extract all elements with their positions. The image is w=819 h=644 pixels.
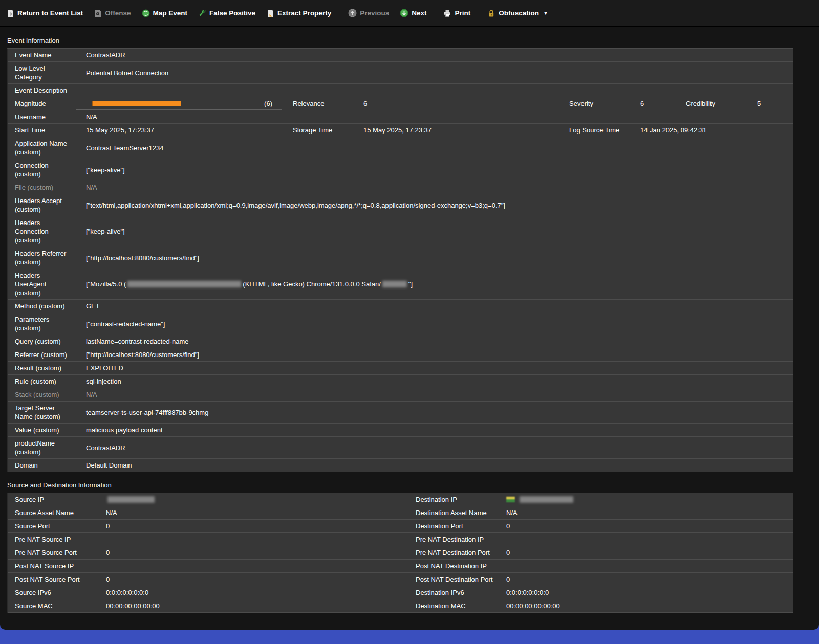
row-value: 00:00:00:00:00:00	[99, 599, 409, 612]
return-to-event-list-button[interactable]: Return to Event List	[6, 9, 83, 17]
row-value: 0	[99, 546, 409, 559]
row-value	[500, 564, 793, 568]
table-row: Headers Connection (custom)["keep-alive"…	[8, 216, 793, 247]
table-row: Low Level CategoryPotential Botnet Conne…	[8, 62, 793, 84]
row-label: Destination Asset Name	[409, 506, 500, 519]
table-row: Method (custom)GET	[8, 300, 793, 313]
row-label: Query (custom)	[8, 335, 76, 348]
row-label: Pre NAT Destination IP	[409, 533, 500, 546]
table-row: Post NAT Source Port0Post NAT Destinatio…	[8, 573, 793, 586]
table-row: productName (custom)ContrastADR	[8, 437, 793, 459]
toolbar-label: Print	[455, 9, 470, 17]
row-label: Source Asset Name	[8, 506, 99, 519]
row-value: ["Mozilla/5.0 ((KHTML, like Gecko) Chrom…	[76, 278, 793, 291]
row-label: Target Server Name (custom)	[8, 402, 76, 423]
row-label: Event Name	[8, 49, 76, 61]
row-label: Headers Accept (custom)	[8, 194, 76, 216]
row-label: Connection (custom)	[8, 159, 76, 181]
row-label: Method (custom)	[8, 300, 76, 313]
row-label: Source Port	[8, 520, 99, 532]
row-label: Source IPv6	[8, 586, 99, 599]
row-value: ["text/html,application/xhtml+xml,applic…	[76, 199, 793, 212]
extract-property-button[interactable]: Extract Property	[266, 9, 331, 17]
row-value: 0	[500, 546, 793, 559]
map-event-button[interactable]: Map Event	[142, 9, 188, 17]
row-value: ["http://localhost:8080/customers/find"]	[76, 252, 793, 264]
row-label: Destination IPv6	[409, 586, 500, 599]
row-value: 0:0:0:0:0:0:0:0	[99, 586, 409, 599]
magnitude-value: (6)	[264, 99, 272, 108]
bottom-bar	[0, 630, 819, 644]
row-value: Potential Botnet Connection	[76, 66, 793, 79]
row-label: Post NAT Source Port	[8, 573, 99, 586]
obfuscation-menu-button[interactable]: Obfuscation ▼	[487, 9, 548, 17]
row-label: Log Source Time	[569, 124, 640, 137]
table-row: Headers Accept (custom)["text/html,appli…	[8, 194, 793, 216]
row-label: productName (custom)	[8, 437, 76, 458]
table-row: Magnitude(6)Relevance6Severity6Credibili…	[8, 97, 793, 110]
row-label: Pre NAT Source Port	[8, 546, 99, 559]
next-button[interactable]: Next	[400, 9, 426, 17]
row-value: N/A	[76, 388, 793, 401]
row-label: Referrer (custom)	[8, 348, 76, 361]
row-value	[500, 538, 793, 542]
table-row: Event NameContrastADR	[8, 49, 793, 62]
table-row: Value (custom)malicious payload content	[8, 424, 793, 437]
row-label: Application Name (custom)	[8, 137, 76, 159]
table-row: Source Port0Destination Port0	[8, 520, 793, 533]
row-value: ["keep-alive"]	[76, 164, 793, 176]
row-label: Destination IP	[409, 493, 500, 506]
toolbar-label: Return to Event List	[17, 9, 83, 17]
table-row: Source MAC00:00:00:00:00:00Destination M…	[8, 599, 793, 613]
row-value: ContrastADR	[76, 441, 793, 454]
row-label: Headers Connection (custom)	[8, 216, 76, 247]
row-label: Source MAC	[8, 599, 99, 612]
false-positive-button[interactable]: False Positive	[198, 9, 255, 17]
table-row: Headers Referrer (custom)["http://localh…	[8, 247, 793, 269]
table-row: Post NAT Source IPPost NAT Destination I…	[8, 560, 793, 573]
row-label: Low Level Category	[8, 62, 76, 83]
magnitude-bar	[92, 101, 181, 106]
row-value: 6	[363, 97, 569, 110]
table-row: Source IPv60:0:0:0:0:0:0:0Destination IP…	[8, 586, 793, 599]
row-label: Start Time	[8, 124, 76, 137]
table-row: Start Time15 May 2025, 17:23:37Storage T…	[8, 124, 793, 137]
print-icon	[443, 9, 451, 17]
row-label: Value (custom)	[8, 424, 76, 436]
event-information-table: Event NameContrastADRLow Level CategoryP…	[7, 48, 793, 472]
event-information-title: Event Information	[7, 37, 819, 45]
row-label: Post NAT Destination IP	[409, 560, 500, 572]
row-label: File (custom)	[8, 181, 76, 194]
table-row: Pre NAT Source Port0Pre NAT Destination …	[8, 546, 793, 560]
row-value	[99, 564, 409, 568]
table-row: Referrer (custom)["http://localhost:8080…	[8, 348, 793, 362]
toolbar-label: Extract Property	[277, 9, 331, 17]
row-label: Pre NAT Source IP	[8, 533, 99, 546]
row-label: Relevance	[293, 97, 363, 110]
table-row: Target Server Name (custom)teamserver-ts…	[8, 402, 793, 424]
row-value: 5	[757, 97, 793, 110]
row-label: Rule (custom)	[8, 375, 76, 388]
row-value	[500, 493, 793, 506]
table-row: Parameters (custom)["contrast-redacted-n…	[8, 313, 793, 335]
row-value: 15 May 2025, 17:23:37	[363, 124, 569, 137]
row-value: lastName=contrast-redacted-name	[76, 335, 793, 348]
row-value: Contrast TeamServer1234	[76, 142, 793, 154]
extract-property-icon	[266, 9, 274, 17]
table-row: UsernameN/A	[8, 110, 793, 124]
offense-icon	[94, 9, 102, 17]
row-value: 6	[640, 97, 686, 110]
print-button[interactable]: Print	[443, 9, 470, 17]
row-value: N/A	[99, 506, 409, 519]
toolbar-label: Previous	[360, 9, 389, 17]
obfuscation-lock-icon	[487, 9, 495, 17]
row-label: Destination MAC	[409, 599, 500, 612]
row-value: 0	[99, 520, 409, 532]
row-label: Username	[8, 110, 76, 123]
row-value: GET	[76, 300, 793, 313]
redacted-value	[107, 496, 155, 503]
row-value: 00:00:00:00:00:00	[500, 599, 793, 612]
map-event-icon	[142, 9, 150, 17]
chevron-down-icon: ▼	[543, 10, 548, 16]
table-row: Pre NAT Source IPPre NAT Destination IP	[8, 533, 793, 546]
